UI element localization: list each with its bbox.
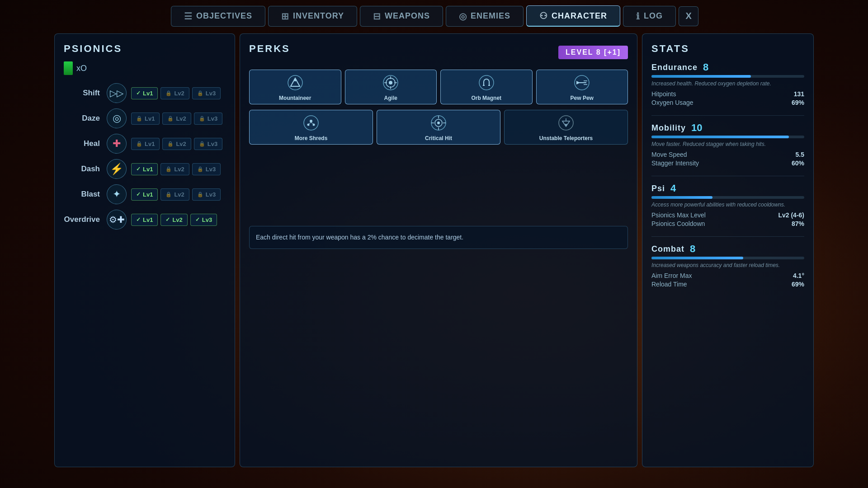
orb-magnet-icon bbox=[478, 75, 495, 93]
combat-label: Combat bbox=[651, 244, 684, 254]
perks-row2: More Shreds Critical Hit bbox=[249, 110, 628, 145]
weapons-icon: ⊟ bbox=[373, 11, 381, 22]
heal-lv3-button[interactable]: Lv3 bbox=[194, 138, 222, 150]
move-speed-value: 5.5 bbox=[796, 151, 804, 158]
psionics-panel: PSIONICS xO Shift ▷▷ Lv1 Lv2 Lv3 Daze ◎ … bbox=[54, 33, 235, 467]
mobility-bar-bg bbox=[651, 136, 804, 138]
psi-bar-fill bbox=[651, 196, 712, 199]
svg-point-26 bbox=[437, 122, 440, 124]
divider-2 bbox=[651, 176, 804, 176]
psi-bar-bg bbox=[651, 196, 804, 199]
stat-psi: Psi 4 Access more powerful abilities wit… bbox=[651, 183, 804, 227]
endurance-header: Endurance 8 bbox=[651, 61, 804, 73]
perks-title: PERKS bbox=[249, 43, 290, 55]
svg-line-23 bbox=[311, 122, 313, 124]
mobility-label: Mobility bbox=[651, 123, 686, 133]
dash-lv1-button[interactable]: Lv1 bbox=[131, 163, 158, 175]
ability-shift: Shift ▷▷ Lv1 Lv2 Lv3 bbox=[64, 83, 226, 103]
daze-lv3-button[interactable]: Lv3 bbox=[194, 113, 222, 125]
perk-more-shreds[interactable]: More Shreds bbox=[249, 110, 373, 145]
heal-lv2-button[interactable]: Lv2 bbox=[162, 138, 191, 150]
pew-pew-label: Pew Pew bbox=[571, 95, 594, 101]
agile-label: Agile bbox=[384, 95, 397, 101]
stats-panel: STATS Endurance 8 Increased health. Redu… bbox=[642, 33, 814, 467]
divider-3 bbox=[651, 236, 804, 237]
ability-daze: Daze ◎ Lv1 Lv2 Lv3 bbox=[64, 108, 226, 128]
move-speed-label: Move Speed bbox=[651, 151, 687, 158]
tab-weapons[interactable]: ⊟ Weapons bbox=[360, 6, 443, 27]
svg-point-19 bbox=[310, 120, 312, 122]
mobility-value: 10 bbox=[691, 122, 702, 134]
perk-agile[interactable]: Agile bbox=[345, 70, 437, 104]
mountaineer-icon bbox=[287, 75, 303, 93]
svg-point-34 bbox=[565, 124, 567, 126]
mobility-header: Mobility 10 bbox=[651, 122, 804, 134]
overdrive-lv3-button[interactable]: Lv3 bbox=[190, 214, 217, 226]
divider-1 bbox=[651, 115, 804, 116]
psionics-title: PSIONICS bbox=[64, 43, 226, 55]
psionics-cooldown-label: Psionics Cooldown bbox=[651, 220, 705, 227]
psi-cooldown-row: Psionics Cooldown 87% bbox=[651, 220, 804, 227]
perks-row1: Mountaineer Agile bbox=[249, 70, 628, 104]
tab-enemies[interactable]: ◎ Enemies bbox=[446, 6, 524, 27]
heal-lv1-button[interactable]: Lv1 bbox=[131, 138, 160, 150]
agile-icon bbox=[382, 75, 399, 93]
tab-character[interactable]: ⚇ Character bbox=[526, 5, 620, 27]
shift-lv1-button[interactable]: Lv1 bbox=[131, 87, 158, 99]
perk-mountaineer[interactable]: Mountaineer bbox=[249, 70, 341, 104]
tab-log[interactable]: ℹ Log bbox=[623, 6, 676, 27]
psionics-max-level-value: Lv2 (4-6) bbox=[778, 211, 804, 219]
blast-lv2-button[interactable]: Lv2 bbox=[160, 188, 189, 201]
endurance-hitpoints-row: Hitpoints 131 bbox=[651, 90, 804, 98]
ability-blast-label: Blast bbox=[64, 190, 100, 199]
blast-icon: ✦ bbox=[107, 184, 127, 204]
combat-desc: Increased weapons accuracy and faster re… bbox=[651, 262, 804, 268]
ability-overdrive-label: Overdrive bbox=[64, 215, 100, 224]
daze-lv1-button[interactable]: Lv1 bbox=[131, 113, 160, 125]
mountaineer-label: Mountaineer bbox=[279, 95, 311, 101]
perk-description-box: Each direct hit from your weapon has a 2… bbox=[249, 226, 628, 249]
tab-objectives[interactable]: ☰ Objectives bbox=[171, 6, 265, 27]
pew-pew-icon bbox=[574, 75, 590, 93]
orb-magnet-label: Orb Magnet bbox=[471, 95, 501, 101]
perk-orb-magnet[interactable]: Orb Magnet bbox=[440, 70, 533, 104]
shift-lv2-button[interactable]: Lv2 bbox=[160, 87, 189, 99]
svg-marker-17 bbox=[576, 81, 580, 84]
perk-unstable-teleporters[interactable]: Unstable Teleporters bbox=[504, 110, 628, 145]
perk-pew-pew[interactable]: Pew Pew bbox=[536, 70, 628, 104]
more-shreds-label: More Shreds bbox=[295, 135, 328, 141]
daze-lv2-button[interactable]: Lv2 bbox=[162, 113, 191, 125]
perk-critical-hit[interactable]: Critical Hit bbox=[377, 110, 500, 145]
dash-icon: ⚡ bbox=[107, 159, 127, 179]
daze-icon: ◎ bbox=[107, 108, 127, 128]
character-icon: ⚇ bbox=[539, 10, 548, 21]
tab-log-label: Log bbox=[644, 11, 663, 21]
aim-error-value: 4.1° bbox=[793, 272, 804, 279]
combat-value: 8 bbox=[690, 243, 695, 255]
psi-label: Psi bbox=[651, 184, 665, 193]
top-navigation: ☰ Objectives ⊞ Inventory ⊟ Weapons ◎ Ene… bbox=[0, 0, 868, 27]
dash-lv3-button[interactable]: Lv3 bbox=[192, 163, 221, 175]
ability-heal-label: Heal bbox=[64, 139, 100, 148]
ability-dash: Dash ⚡ Lv1 Lv2 Lv3 bbox=[64, 159, 226, 179]
endurance-bar-bg bbox=[651, 75, 804, 78]
character-name: xO bbox=[76, 64, 87, 73]
endurance-bar-fill bbox=[651, 75, 751, 78]
overdrive-lv2-button[interactable]: Lv2 bbox=[160, 214, 187, 226]
overdrive-lv1-button[interactable]: Lv1 bbox=[131, 214, 158, 226]
tab-inventory[interactable]: ⊞ Inventory bbox=[268, 6, 357, 27]
psi-maxlevel-row: Psionics Max Level Lv2 (4-6) bbox=[651, 211, 804, 219]
endurance-desc: Increased health. Reduced oxygen depleti… bbox=[651, 80, 804, 87]
combat-aim-row: Aim Error Max 4.1° bbox=[651, 272, 804, 279]
shift-lv3-button[interactable]: Lv3 bbox=[192, 87, 221, 99]
mobility-desc: Move faster. Reduced stagger when taking… bbox=[651, 141, 804, 147]
log-icon: ℹ bbox=[636, 11, 640, 22]
svg-point-31 bbox=[559, 116, 573, 130]
blast-lv1-button[interactable]: Lv1 bbox=[131, 188, 158, 201]
close-button[interactable]: X bbox=[679, 6, 698, 26]
mobility-bar-fill bbox=[651, 136, 789, 138]
hitpoints-label: Hitpoints bbox=[651, 90, 676, 98]
dash-lv2-button[interactable]: Lv2 bbox=[160, 163, 189, 175]
svg-point-21 bbox=[313, 124, 315, 126]
blast-lv3-button[interactable]: Lv3 bbox=[192, 188, 221, 201]
